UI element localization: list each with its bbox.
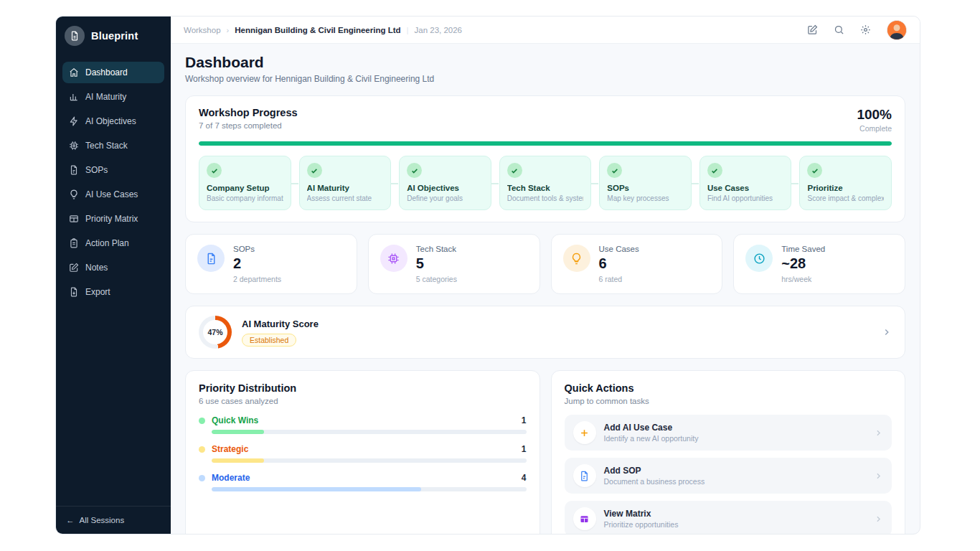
stat-card-time-saved[interactable]: Time Saved ~28 hrs/week	[733, 234, 905, 294]
breadcrumb-current: Hennigan Building & Civil Engineering Lt…	[235, 26, 400, 34]
bar-chart-icon	[69, 92, 79, 102]
chevron-right-icon	[874, 471, 883, 481]
check-icon	[607, 163, 622, 178]
priority-row-quick-wins: Quick Wins 1	[199, 415, 527, 434]
sidebar-item-priority-matrix[interactable]: Priority Matrix	[62, 208, 164, 230]
action-add-ai-use-case[interactable]: Add AI Use Case Identify a new AI opport…	[565, 415, 892, 451]
progress-percent: 100%	[857, 107, 892, 123]
step-sops[interactable]: SOPs Map key processes	[599, 156, 692, 210]
check-icon	[307, 163, 322, 178]
breadcrumb: Workshop › Hennigan Building & Civil Eng…	[184, 26, 462, 34]
step-ai-objectives[interactable]: AI Objectives Define your goals	[399, 156, 491, 210]
progress-title: Workshop Progress	[199, 107, 298, 118]
stat-card-use-cases[interactable]: Use Cases 6 6 rated	[551, 234, 723, 294]
stat-card-sops[interactable]: SOPs 2 2 departments	[185, 234, 357, 294]
chevron-right-icon: ›	[227, 26, 230, 34]
check-icon	[807, 163, 822, 178]
plus-icon	[573, 421, 596, 444]
all-sessions-link[interactable]: ← All Sessions	[56, 506, 171, 534]
sidebar-spacer	[56, 310, 171, 506]
step-prioritize[interactable]: Prioritize Score impact & complexity	[799, 156, 892, 210]
app-window: Blueprint Dashboard AI Maturity AI Objec…	[55, 16, 920, 534]
step-use-cases[interactable]: Use Cases Find AI opportunities	[699, 156, 792, 210]
quick-actions-card: Quick Actions Jump to common tasks Add A…	[551, 370, 906, 534]
home-icon	[69, 67, 79, 77]
lightbulb-icon	[563, 245, 590, 272]
sidebar-item-ai-objectives[interactable]: AI Objectives	[62, 110, 164, 132]
gear-icon[interactable]	[860, 24, 871, 35]
dot-icon	[199, 475, 205, 481]
matrix-icon	[573, 507, 596, 530]
sidebar-item-ai-maturity[interactable]: AI Maturity	[62, 86, 164, 108]
file-icon	[69, 165, 79, 175]
stats-row: SOPs 2 2 departments Tech Stack 5 5 cate…	[185, 234, 905, 294]
breadcrumb-root[interactable]: Workshop	[184, 26, 221, 34]
chevron-right-icon	[874, 514, 883, 524]
maturity-badge: Established	[242, 334, 296, 347]
maturity-title: AI Maturity Score	[242, 319, 319, 329]
progress-percent-label: Complete	[857, 124, 892, 133]
sidebar-item-export[interactable]: Export	[62, 281, 164, 303]
check-icon	[407, 163, 422, 178]
ai-maturity-score-card[interactable]: 47% AI Maturity Score Established	[185, 306, 905, 359]
edit-icon	[69, 263, 79, 273]
maturity-donut: 47%	[199, 316, 232, 349]
sidebar-item-ai-use-cases[interactable]: AI Use Cases	[62, 184, 164, 205]
lightbulb-icon	[69, 189, 79, 199]
dot-icon	[199, 446, 205, 453]
page-subtitle: Workshop overview for Hennigan Building …	[185, 74, 905, 84]
step-tech-stack[interactable]: Tech Stack Document tools & systems	[499, 156, 592, 210]
priority-row-strategic: Strategic 1	[199, 444, 527, 463]
sidebar: Blueprint Dashboard AI Maturity AI Objec…	[56, 17, 171, 534]
action-add-sop[interactable]: Add SOP Document a business process	[565, 458, 892, 494]
session-date: Jan 23, 2026	[415, 26, 463, 34]
cpu-icon	[69, 141, 79, 151]
action-view-matrix[interactable]: View Matrix Prioritize opportunities	[565, 501, 892, 534]
compose-icon[interactable]	[807, 24, 818, 35]
check-icon	[207, 163, 222, 178]
file-icon	[573, 464, 596, 487]
topbar: Workshop › Hennigan Building & Civil Eng…	[171, 17, 920, 44]
file-icon	[197, 245, 225, 272]
matrix-icon	[69, 214, 79, 224]
step-ai-maturity[interactable]: AI Maturity Assess current state	[299, 156, 392, 210]
download-icon	[69, 287, 79, 297]
cpu-icon	[380, 245, 407, 272]
sidebar-item-notes[interactable]: Notes	[62, 257, 164, 278]
workshop-steps: Company Setup Basic company information …	[199, 156, 892, 210]
blueprint-logo-icon	[65, 26, 85, 46]
sidebar-item-sops[interactable]: SOPs	[62, 159, 164, 181]
maturity-score: 47%	[203, 320, 227, 344]
brand-logo: Blueprint	[56, 17, 171, 55]
sidebar-nav: Dashboard AI Maturity AI Objectives Tech…	[56, 55, 171, 310]
sidebar-item-dashboard[interactable]: Dashboard	[62, 62, 164, 83]
chevron-right-icon	[874, 428, 883, 438]
search-icon[interactable]	[834, 24, 844, 35]
clipboard-icon	[69, 238, 79, 248]
brand-name: Blueprint	[91, 30, 138, 42]
workshop-progress-card: Workshop Progress 7 of 7 steps completed…	[185, 95, 905, 222]
progress-bar	[199, 141, 892, 146]
main-content: Dashboard Workshop overview for Hennigan…	[171, 44, 920, 534]
user-avatar[interactable]	[887, 20, 907, 40]
dot-icon	[199, 418, 205, 424]
progress-subtitle: 7 of 7 steps completed	[199, 121, 298, 130]
sidebar-item-tech-stack[interactable]: Tech Stack	[62, 135, 164, 156]
page-title: Dashboard	[185, 54, 905, 71]
stat-card-tech-stack[interactable]: Tech Stack 5 5 categories	[368, 234, 540, 294]
priority-row-moderate: Moderate 4	[199, 473, 527, 491]
step-company-setup[interactable]: Company Setup Basic company information	[199, 156, 291, 210]
check-icon	[707, 163, 722, 178]
sidebar-item-action-plan[interactable]: Action Plan	[62, 232, 164, 254]
zap-icon	[69, 116, 79, 126]
chevron-right-icon	[882, 327, 892, 337]
priority-distribution-card: Priority Distribution 6 use cases analyz…	[185, 370, 540, 534]
check-icon	[507, 163, 522, 178]
back-arrow-icon: ←	[66, 516, 75, 524]
clock-icon	[745, 245, 773, 272]
